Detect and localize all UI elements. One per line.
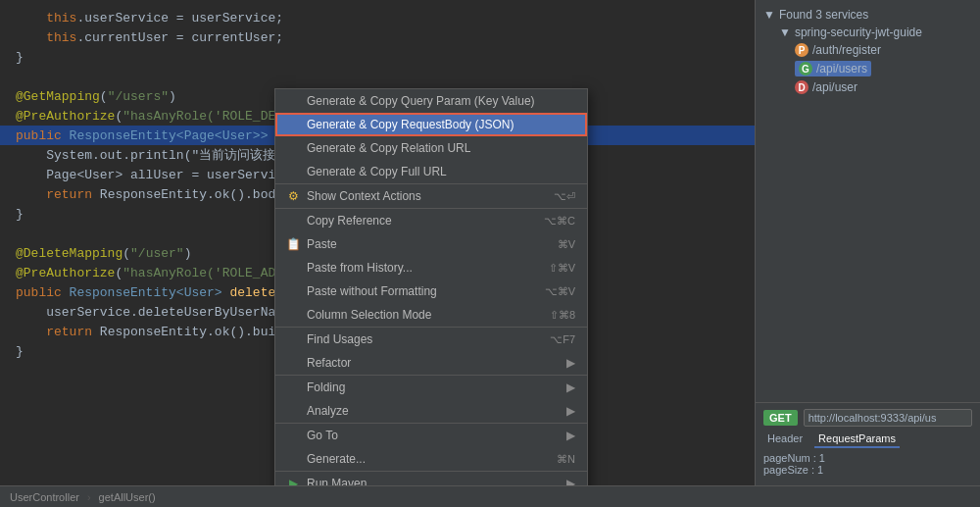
menu-item-paste-history-label: Paste from History...: [307, 261, 529, 275]
shortcut-context: ⌥⏎: [554, 190, 575, 203]
tree-service-api-user[interactable]: D /api/user: [795, 78, 972, 96]
menu-item-paste-label: Paste: [307, 237, 538, 251]
shortcut-generate: ⌘N: [557, 453, 575, 466]
tree-project[interactable]: ▼ spring-security-jwt-guide: [779, 24, 972, 41]
menu-item-requestbody[interactable]: Generate & Copy RequestBody (JSON): [275, 113, 587, 136]
shortcut-column-mode: ⇧⌘8: [550, 309, 575, 322]
menu-item-show-context[interactable]: ⚙ Show Context Actions ⌥⏎: [275, 184, 587, 208]
http-panel: GET Header RequestParams pageNum : 1 pag…: [756, 402, 980, 485]
menu-item-find-usages-label: Find Usages: [307, 332, 530, 346]
badge-green: G: [799, 62, 812, 76]
context-menu-overlay: Generate & Copy Query Param (Key Value) …: [274, 88, 588, 485]
main-area: this.userService = userService; this.cur…: [0, 0, 980, 485]
code-line: this.userService = userService;: [0, 8, 755, 27]
status-breadcrumb1: UserController: [10, 491, 79, 503]
status-bar: UserController › getAllUser(): [0, 485, 980, 507]
found-services-label: Found 3 services: [779, 8, 868, 22]
run-maven-arrow: ▶: [566, 477, 575, 485]
menu-item-full-url-label: Generate & Copy Full URL: [307, 165, 575, 178]
project-name-label: spring-security-jwt-guide: [795, 25, 922, 39]
service-api-users-label: /api/users: [816, 62, 867, 76]
service-auth-register-label: /auth/register: [812, 43, 881, 57]
code-line: [0, 67, 755, 86]
gear-icon: ⚙: [285, 189, 301, 203]
folding-arrow: ▶: [566, 380, 575, 394]
menu-item-query-param[interactable]: Generate & Copy Query Param (Key Value): [275, 89, 587, 113]
http-row: GET: [763, 409, 972, 427]
tree-found-services: ▼ Found 3 services: [763, 6, 972, 24]
url-input[interactable]: [804, 409, 972, 427]
refactor-arrow: ▶: [566, 356, 575, 370]
service-api-user-label: /api/user: [812, 80, 858, 94]
shortcut-find-usages: ⌥F7: [550, 333, 575, 346]
http-method-badge: GET: [763, 410, 798, 426]
menu-item-column-mode[interactable]: Column Selection Mode ⇧⌘8: [275, 303, 587, 327]
tab-request-params[interactable]: RequestParams: [814, 431, 900, 448]
params-area: pageNum : 1 pageSize : 1: [763, 448, 972, 480]
menu-item-relation-url[interactable]: Generate & Copy Relation URL: [275, 136, 587, 160]
shortcut-paste-history: ⇧⌘V: [549, 262, 575, 275]
analyze-arrow: ▶: [566, 404, 575, 418]
code-editor[interactable]: this.userService = userService; this.cur…: [0, 0, 755, 485]
menu-item-paste[interactable]: 📋 Paste ⌘V: [275, 232, 587, 256]
tab-header[interactable]: Header: [763, 431, 807, 448]
code-line: this.currentUser = currentUser;: [0, 27, 755, 47]
menu-item-find-usages[interactable]: Find Usages ⌥F7: [275, 328, 587, 351]
menu-item-relation-url-label: Generate & Copy Relation URL: [307, 141, 575, 155]
param-page-num: pageNum : 1: [763, 452, 972, 464]
tree-service-api-users[interactable]: G /api/users: [795, 59, 972, 78]
menu-item-requestbody-label: Generate & Copy RequestBody (JSON): [307, 118, 575, 131]
code-line: }: [0, 47, 755, 67]
shortcut-paste: ⌘V: [558, 238, 575, 251]
menu-item-generate-label: Generate...: [307, 452, 537, 466]
menu-item-query-param-label: Generate & Copy Query Param (Key Value): [307, 94, 575, 108]
menu-section-generate: Generate & Copy Query Param (Key Value) …: [275, 89, 587, 183]
tree-service-auth-register[interactable]: P /auth/register: [795, 41, 972, 59]
menu-item-run-maven[interactable]: ▶ Run Maven ▶: [275, 472, 587, 485]
menu-section-find: Find Usages ⌥F7 Refactor ▶: [275, 327, 587, 375]
status-breadcrumb2: getAllUser(): [99, 491, 156, 503]
menu-item-folding-label: Folding: [307, 380, 559, 394]
menu-item-paste-no-format-label: Paste without Formatting: [307, 284, 525, 298]
menu-section-fold: Folding ▶ Analyze ▶: [275, 375, 587, 423]
menu-item-goto[interactable]: Go To ▶: [275, 424, 587, 447]
http-tabs-row: Header RequestParams: [763, 431, 972, 448]
badge-red: D: [795, 80, 808, 94]
badge-orange: P: [795, 43, 808, 57]
menu-item-refactor[interactable]: Refactor ▶: [275, 351, 587, 375]
menu-section-maven: ▶ Run Maven ▶ 🐛 Debug Maven ▶ ▣ Open Ter…: [275, 471, 587, 485]
shortcut-paste-no-format: ⌥⌘V: [545, 285, 575, 298]
menu-section-goto: Go To ▶ Generate... ⌘N: [275, 423, 587, 471]
menu-item-paste-history[interactable]: Paste from History... ⇧⌘V: [275, 256, 587, 279]
menu-item-folding[interactable]: Folding ▶: [275, 376, 587, 399]
tree-arrow-found: ▼: [763, 8, 775, 22]
services-tree: ▼ Found 3 services ▼ spring-security-jwt…: [756, 0, 980, 402]
menu-section-paste: Copy Reference ⌥⌘C 📋 Paste ⌘V Paste from…: [275, 208, 587, 327]
menu-item-generate[interactable]: Generate... ⌘N: [275, 447, 587, 471]
tree-arrow-project: ▼: [779, 25, 791, 39]
right-panel: ▼ Found 3 services ▼ spring-security-jwt…: [755, 0, 980, 485]
menu-item-column-mode-label: Column Selection Mode: [307, 308, 530, 322]
shortcut-copy-ref: ⌥⌘C: [544, 215, 575, 228]
menu-item-run-maven-label: Run Maven: [307, 477, 559, 485]
menu-item-copy-ref[interactable]: Copy Reference ⌥⌘C: [275, 209, 587, 232]
menu-section-context: ⚙ Show Context Actions ⌥⏎: [275, 183, 587, 208]
menu-item-full-url[interactable]: Generate & Copy Full URL: [275, 160, 587, 183]
context-menu[interactable]: Generate & Copy Query Param (Key Value) …: [274, 88, 588, 485]
menu-item-analyze[interactable]: Analyze ▶: [275, 399, 587, 423]
goto-arrow: ▶: [566, 429, 575, 442]
menu-item-analyze-label: Analyze: [307, 404, 559, 418]
menu-item-paste-no-format[interactable]: Paste without Formatting ⌥⌘V: [275, 279, 587, 303]
menu-item-refactor-label: Refactor: [307, 356, 559, 370]
menu-item-goto-label: Go To: [307, 429, 559, 442]
run-maven-icon: ▶: [285, 477, 301, 485]
paste-icon: 📋: [285, 237, 301, 251]
param-page-size: pageSize : 1: [763, 464, 972, 476]
menu-item-copy-ref-label: Copy Reference: [307, 214, 524, 228]
status-separator: ›: [87, 491, 91, 503]
menu-item-show-context-label: Show Context Actions: [307, 189, 534, 203]
